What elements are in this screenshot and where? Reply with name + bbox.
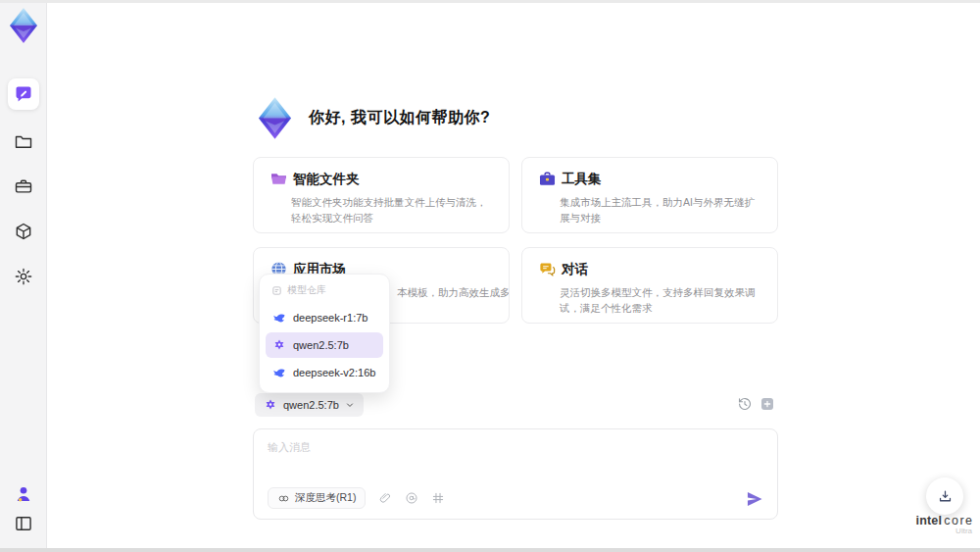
qwen-icon: [264, 398, 277, 412]
prompt-library-button[interactable]: [431, 491, 445, 505]
window-bottom-edge: [0, 548, 980, 552]
chat-icon: [14, 84, 33, 104]
card-toolset[interactable]: 工具集 集成市场上主流工具，助力AI与外界无缝扩展与对接: [521, 157, 778, 233]
app-logo-icon: [8, 7, 39, 44]
ultra-label: Ultra: [909, 527, 980, 535]
sidebar-item-collapse-panel[interactable]: [8, 508, 39, 539]
grid-hash-icon: [431, 491, 445, 505]
core-wordmark: core: [944, 514, 973, 527]
briefcase-icon: [538, 170, 557, 188]
model-selector-label: qwen2.5:7b: [283, 399, 339, 411]
history-button[interactable]: [737, 396, 753, 412]
repo-icon: [271, 285, 282, 296]
deep-think-toggle[interactable]: 深度思考(R1): [268, 487, 366, 509]
download-fab[interactable]: [926, 477, 963, 515]
model-dropdown: 模型仓库 deepseek-r1:7b qwen2.5:7b deepseek-…: [259, 274, 390, 393]
sidebar-item-chat[interactable]: [8, 78, 39, 110]
mention-button[interactable]: [405, 491, 418, 505]
model-option-qwen[interactable]: qwen2.5:7b: [266, 332, 383, 358]
sidebar-item-folders[interactable]: [8, 125, 39, 157]
model-dropdown-header: 模型仓库: [266, 281, 383, 303]
model-option-label: deepseek-r1:7b: [293, 312, 368, 324]
model-option-label: qwen2.5:7b: [293, 339, 349, 351]
card-title: 工具集: [562, 171, 602, 188]
deepseek-whale-icon: [272, 366, 286, 379]
model-option-deepseek-r1[interactable]: deepseek-r1:7b: [266, 305, 383, 330]
composer: 深度思考(R1): [253, 428, 778, 520]
greeting-title: 你好, 我可以如何帮助你?: [309, 108, 490, 128]
history-icon: [737, 396, 753, 412]
quick-actions: [737, 396, 775, 412]
message-input[interactable]: [254, 429, 777, 477]
sidebar-item-profile[interactable]: [8, 478, 39, 510]
sidebar: [0, 0, 47, 552]
card-title: 对话: [562, 261, 588, 278]
card-description: 智能文件夹功能支持批量文件上传与清洗，轻松实现文件问答: [291, 194, 493, 226]
toolbox-icon: [14, 176, 33, 196]
gold-chat-icon: [538, 260, 557, 278]
download-icon: [937, 488, 954, 505]
card-description: 灵活切换多模型文件，支持多样回复效果调试，满足个性化需求: [560, 284, 761, 316]
profile-icon: [14, 484, 33, 504]
purple-folder-icon: [270, 170, 288, 188]
infinity-think-icon: [277, 492, 290, 505]
window-top-edge: [0, 0, 980, 3]
sidebar-item-settings[interactable]: [8, 261, 39, 292]
composer-toolbar: 深度思考(R1): [268, 487, 445, 509]
assistant-logo-icon: [253, 96, 297, 140]
chevron-down-icon: [345, 400, 355, 410]
at-circle-icon: [405, 491, 418, 505]
send-icon: [745, 489, 764, 509]
model-option-deepseek-v2[interactable]: deepseek-v2:16b: [266, 360, 383, 385]
plus-square-icon: [760, 396, 775, 412]
model-option-label: deepseek-v2:16b: [293, 367, 375, 378]
app-window: 你好, 我可以如何帮助你? 智能文件夹 智能文件夹功能支持批量文件上传与清洗，轻…: [0, 0, 980, 552]
sidebar-item-tools[interactable]: [8, 171, 39, 202]
folder-icon: [14, 131, 33, 151]
sidebar-item-apps[interactable]: [8, 216, 39, 247]
card-description: 集成市场上主流工具，助力AI与外界无缝扩展与对接: [560, 194, 761, 226]
new-chat-button[interactable]: [760, 396, 775, 412]
paperclip-icon: [378, 491, 392, 505]
intel-wordmark: intel: [915, 514, 942, 527]
model-dropdown-header-label: 模型仓库: [287, 283, 326, 297]
card-description: 本模板，助力高效生成多: [397, 284, 493, 300]
gear-icon: [14, 267, 33, 286]
send-button[interactable]: [745, 489, 764, 509]
intel-core-badge: intelcore Ultra: [909, 514, 980, 535]
deep-think-label: 深度思考(R1): [295, 491, 356, 505]
card-smart-folder[interactable]: 智能文件夹 智能文件夹功能支持批量文件上传与清洗，轻松实现文件问答: [253, 157, 510, 233]
greeting-row: 你好, 我可以如何帮助你?: [253, 96, 490, 140]
attach-button[interactable]: [378, 491, 392, 505]
card-title: 智能文件夹: [293, 171, 360, 188]
panel-icon: [14, 514, 33, 533]
cube-icon: [14, 222, 33, 241]
deepseek-whale-icon: [272, 311, 286, 325]
model-selector[interactable]: qwen2.5:7b: [255, 393, 364, 417]
card-dialogue[interactable]: 对话 灵活切换多模型文件，支持多样回复效果调试，满足个性化需求: [521, 247, 778, 324]
qwen-icon: [272, 338, 286, 352]
